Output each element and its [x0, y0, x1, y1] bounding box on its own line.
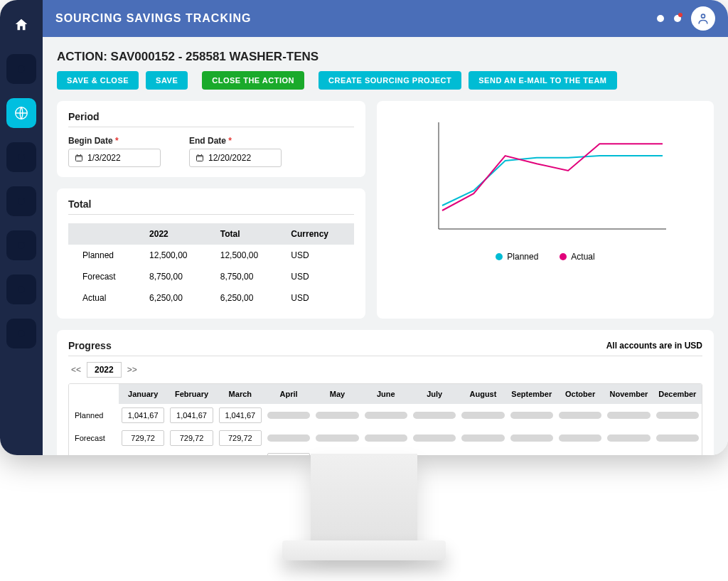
total-table: 2022 Total Currency Planned 12,500,00: [68, 223, 354, 309]
progress-row-forecast: Forecast: [69, 427, 702, 449]
end-date-label: End Date: [189, 136, 226, 146]
forecast-mar[interactable]: [219, 430, 262, 446]
calendar-icon: [196, 154, 204, 162]
month-header: October: [556, 384, 604, 404]
nav-slot-4[interactable]: [6, 230, 36, 260]
nav-slot-3[interactable]: [6, 186, 36, 216]
svg-point-1: [702, 14, 705, 18]
nav-globe[interactable]: [6, 98, 36, 128]
begin-date-label: Begin Date: [68, 136, 113, 146]
progress-heading: Progress: [68, 340, 112, 351]
toolbar: SAVE & CLOSE SAVE CLOSE THE ACTION CREAT…: [43, 71, 728, 101]
user-avatar[interactable]: [691, 6, 715, 31]
progress-row-planned: Planned: [69, 404, 702, 427]
total-row-planned: Planned 12,500,00 12,500,00 USD: [68, 245, 354, 266]
progress-card: Progress All accounts are in USD << 2022…: [57, 330, 714, 455]
begin-date-input[interactable]: 1/3/2022: [68, 149, 161, 167]
notification-dot[interactable]: [674, 15, 681, 22]
line-chart: [391, 115, 700, 243]
period-heading: Period: [68, 111, 354, 127]
year-nav: << 2022 >>: [68, 362, 702, 378]
actual-apr[interactable]: [267, 453, 310, 455]
globe-icon: [14, 105, 29, 121]
calendar-icon: [75, 154, 83, 162]
chart-legend: Planned Actual: [391, 252, 700, 262]
year-prev[interactable]: <<: [68, 363, 84, 376]
create-project-button[interactable]: CREATE SOURCING PROJECT: [318, 71, 461, 90]
nav-slot-2[interactable]: [6, 142, 36, 172]
total-card: Total 2022 Total Currency: [57, 188, 365, 319]
page-title: ACTION: SAV000152 - 258581 WASHER-TENS: [43, 37, 728, 71]
close-action-button[interactable]: CLOSE THE ACTION: [202, 71, 304, 90]
actual-mar: 1,250,00: [219, 454, 262, 455]
month-header: November: [604, 384, 653, 404]
status-dot-1[interactable]: [657, 15, 664, 22]
month-header: July: [410, 384, 459, 404]
month-header: March: [216, 384, 264, 404]
chart-card: Planned Actual: [377, 101, 714, 319]
progress-table: JanuaryFebruaryMarchAprilMayJuneJulyAugu…: [69, 384, 702, 455]
end-date-field: End Date * 12/20/2022: [189, 136, 282, 167]
nav-slot-1[interactable]: [6, 54, 36, 84]
total-row-actual: Actual 6,250,00 6,250,00 USD: [68, 287, 354, 309]
end-date-input[interactable]: 12/20/2022: [189, 149, 282, 167]
app-header: SOURCING SAVINGS TRACKING: [43, 0, 728, 37]
send-email-button[interactable]: SEND AN E-MAIL TO THE TEAM: [469, 71, 616, 90]
year-next[interactable]: >>: [124, 363, 140, 376]
month-header: June: [362, 384, 410, 404]
legend-planned: Planned: [496, 252, 538, 262]
nav-slot-6[interactable]: [6, 319, 36, 348]
begin-date-value: 1/3/2022: [87, 153, 121, 163]
chart-series-actual: [442, 144, 663, 210]
actual-jan: 1,250,00: [122, 454, 164, 455]
month-header: August: [459, 384, 507, 404]
nav-slot-5[interactable]: [6, 274, 36, 304]
forecast-jan[interactable]: [122, 430, 164, 446]
month-header: May: [313, 384, 361, 404]
forecast-feb[interactable]: [170, 430, 213, 446]
legend-actual: Actual: [560, 252, 594, 262]
sidebar: [0, 0, 43, 455]
progress-note: All accounts are in USD: [606, 341, 702, 351]
month-header: February: [167, 384, 215, 404]
month-header: December: [653, 384, 702, 404]
header-title: SOURCING SAVINGS TRACKING: [55, 12, 657, 25]
month-header: January: [119, 384, 167, 404]
month-header: September: [508, 384, 556, 404]
home-icon: [14, 17, 29, 33]
total-col-year: 2022: [142, 223, 213, 245]
user-icon: [696, 11, 710, 26]
save-button[interactable]: SAVE: [146, 71, 188, 90]
actual-feb: 1,250,00: [170, 454, 213, 455]
total-heading: Total: [68, 198, 354, 215]
save-close-button[interactable]: SAVE & CLOSE: [57, 71, 139, 90]
planned-jan[interactable]: [122, 407, 164, 423]
planned-feb[interactable]: [170, 407, 213, 423]
total-col-total: Total: [213, 223, 284, 245]
period-card: Period Begin Date * 1/3/2022: [57, 101, 365, 177]
chart-series-planned: [442, 156, 663, 206]
total-row-forecast: Forecast 8,750,00 8,750,00 USD: [68, 266, 354, 287]
begin-date-field: Begin Date * 1/3/2022: [68, 136, 161, 167]
end-date-value: 12/20/2022: [208, 153, 251, 163]
year-value: 2022: [87, 362, 122, 378]
month-header: April: [264, 384, 313, 404]
planned-mar[interactable]: [219, 407, 262, 423]
nav-home[interactable]: [6, 10, 36, 40]
total-col-currency: Currency: [284, 223, 354, 245]
